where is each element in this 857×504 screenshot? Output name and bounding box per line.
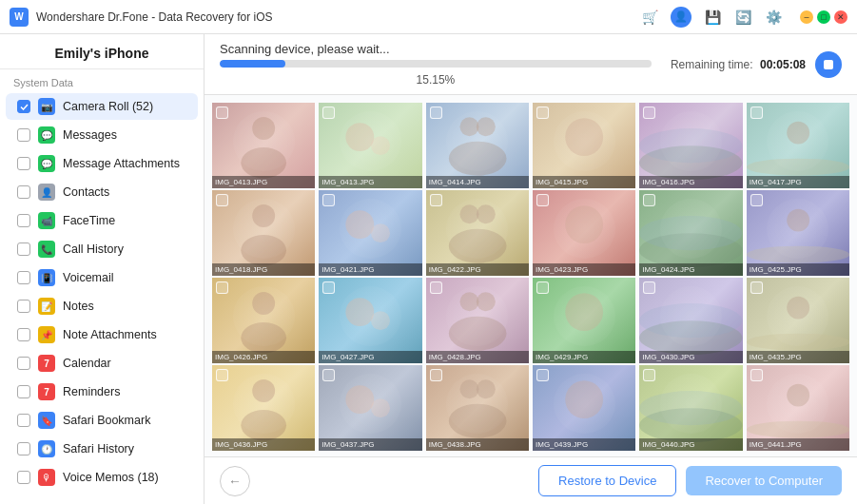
settings-icon[interactable]: ⚙️ xyxy=(764,8,783,27)
minimize-button[interactable]: – xyxy=(800,10,813,24)
sidebar-item-note-attachments[interactable]: 📌 Note Attachments xyxy=(6,321,198,348)
photo-item[interactable]: IMG_0417.JPG xyxy=(747,103,849,188)
photo-checkbox[interactable] xyxy=(643,369,655,381)
restore-to-device-button[interactable]: Restore to Device xyxy=(538,465,676,496)
sidebar-item-call-history[interactable]: 📞 Call History xyxy=(6,236,198,262)
voice-memos-checkbox[interactable] xyxy=(17,471,30,484)
safari-bookmark-checkbox[interactable] xyxy=(17,414,30,427)
photo-item[interactable]: IMG_0428.JPG xyxy=(426,278,529,363)
maximize-button[interactable]: □ xyxy=(817,10,830,24)
camera-roll-checkbox[interactable] xyxy=(17,100,30,113)
photo-checkbox[interactable] xyxy=(322,281,335,294)
photo-checkbox[interactable] xyxy=(322,369,335,381)
photo-checkbox[interactable] xyxy=(750,281,763,294)
photo-checkbox[interactable] xyxy=(536,107,549,119)
photo-checkbox[interactable] xyxy=(430,369,442,381)
photo-checkbox[interactable] xyxy=(430,107,442,119)
photo-item[interactable]: IMG_0426.JPG xyxy=(212,278,315,363)
contacts-label: Contacts xyxy=(63,185,109,199)
svg-point-5 xyxy=(477,117,496,136)
photo-checkbox[interactable] xyxy=(430,194,442,206)
sidebar-item-safari-history[interactable]: 🕐 Safari History xyxy=(6,436,198,462)
voicemail-checkbox[interactable] xyxy=(17,271,30,284)
messages-checkbox[interactable] xyxy=(17,128,30,142)
stop-button[interactable] xyxy=(815,51,842,78)
sidebar-item-safari-bookmark[interactable]: 🔖 Safari Bookmark xyxy=(6,407,198,434)
photo-item[interactable]: IMG_0441.JPG xyxy=(747,365,849,451)
photo-checkbox[interactable] xyxy=(430,281,442,294)
notes-icon: 📝 xyxy=(38,298,55,315)
safari-history-checkbox[interactable] xyxy=(17,442,30,456)
photo-checkbox[interactable] xyxy=(216,281,228,294)
sidebar-item-facetime[interactable]: 📹 FaceTime xyxy=(6,207,198,234)
svg-point-3 xyxy=(371,136,390,155)
call-history-checkbox[interactable] xyxy=(17,242,30,256)
refresh-icon[interactable]: 🔄 xyxy=(733,8,752,27)
photo-checkbox[interactable] xyxy=(216,369,228,381)
sidebar-item-voice-memos[interactable]: 🎙 Voice Memos (18) xyxy=(6,464,198,491)
sidebar-item-camera-roll[interactable]: 📷 Camera Roll (52) xyxy=(6,93,198,120)
photo-checkbox[interactable] xyxy=(536,281,549,294)
photo-checkbox[interactable] xyxy=(643,281,655,294)
photo-item[interactable]: IMG_0413.JPG xyxy=(319,103,421,188)
photo-label: IMG_0413.JPG xyxy=(212,176,315,188)
photo-item[interactable]: IMG_0427.JPG xyxy=(319,278,421,363)
photo-item[interactable]: IMG_0421.JPG xyxy=(319,190,421,276)
photo-item[interactable]: IMG_0418.JPG xyxy=(212,190,315,276)
cart-icon[interactable]: 🛒 xyxy=(640,8,659,27)
recover-to-computer-button[interactable]: Recover to Computer xyxy=(686,466,842,495)
photo-checkbox[interactable] xyxy=(643,194,655,206)
photo-item[interactable]: IMG_0436.JPG xyxy=(212,365,315,451)
sidebar-item-message-attachments[interactable]: 💬 Message Attachments xyxy=(6,150,198,177)
photo-item[interactable]: IMG_0438.JPG xyxy=(426,365,529,451)
storage-icon[interactable]: 💾 xyxy=(703,8,722,27)
photo-item[interactable]: IMG_0425.JPG xyxy=(747,190,849,276)
prev-button[interactable]: ← xyxy=(220,466,250,496)
notes-checkbox[interactable] xyxy=(17,300,30,313)
photo-checkbox[interactable] xyxy=(750,369,763,381)
photo-item[interactable]: IMG_0422.JPG xyxy=(426,190,529,276)
sidebar-item-calendar[interactable]: 7 Calendar xyxy=(6,350,198,377)
close-button[interactable]: ✕ xyxy=(834,10,847,24)
reminders-checkbox[interactable] xyxy=(17,385,30,398)
calendar-checkbox[interactable] xyxy=(17,357,30,370)
photo-checkbox[interactable] xyxy=(322,194,335,206)
sidebar-item-notes[interactable]: 📝 Notes xyxy=(6,293,198,320)
photo-item[interactable]: IMG_0435.JPG xyxy=(747,278,849,363)
photo-item[interactable]: IMG_0413.JPG xyxy=(212,103,315,188)
svg-point-18 xyxy=(448,229,506,263)
photo-item[interactable]: IMG_0437.JPG xyxy=(319,365,421,451)
camera-roll-icon: 📷 xyxy=(38,98,55,115)
sidebar-item-voicemail[interactable]: 📳 Voicemail xyxy=(6,264,198,291)
photo-checkbox[interactable] xyxy=(750,194,763,206)
photo-checkbox[interactable] xyxy=(643,107,655,119)
note-attachments-checkbox[interactable] xyxy=(17,328,30,341)
photo-item[interactable]: IMG_0414.JPG xyxy=(426,103,529,188)
photo-item[interactable]: IMG_0415.JPG xyxy=(533,103,635,188)
sidebar-item-contacts[interactable]: 👤 Contacts xyxy=(6,179,198,205)
voicemail-label: Voicemail xyxy=(63,271,114,284)
photo-item[interactable]: IMG_0429.JPG xyxy=(533,278,635,363)
message-attachments-checkbox[interactable] xyxy=(17,157,30,170)
photo-checkbox[interactable] xyxy=(536,369,549,381)
photo-checkbox[interactable] xyxy=(750,107,763,119)
photo-checkbox[interactable] xyxy=(536,194,549,206)
user-icon[interactable]: 👤 xyxy=(671,7,691,28)
photo-checkbox[interactable] xyxy=(216,107,228,119)
photo-item[interactable]: IMG_0416.JPG xyxy=(639,103,742,188)
window-controls: – □ ✕ xyxy=(800,10,847,24)
contacts-icon: 👤 xyxy=(38,184,55,201)
photo-item[interactable]: IMG_0423.JPG xyxy=(533,190,635,276)
svg-point-15 xyxy=(371,223,390,242)
photo-checkbox[interactable] xyxy=(322,107,335,119)
sidebar-item-messages[interactable]: 💬 Messages xyxy=(6,122,198,148)
photo-checkbox[interactable] xyxy=(216,194,228,206)
sidebar-item-reminders[interactable]: 7 Reminders xyxy=(6,378,198,405)
photo-item[interactable]: IMG_0439.JPG xyxy=(533,365,635,451)
call-history-label: Call History xyxy=(63,242,124,256)
photo-item[interactable]: IMG_0430.JPG xyxy=(639,278,742,363)
contacts-checkbox[interactable] xyxy=(17,185,30,199)
photo-item[interactable]: IMG_0440.JPG xyxy=(639,365,742,451)
photo-item[interactable]: IMG_0424.JPG xyxy=(639,190,742,276)
facetime-checkbox[interactable] xyxy=(17,214,30,227)
